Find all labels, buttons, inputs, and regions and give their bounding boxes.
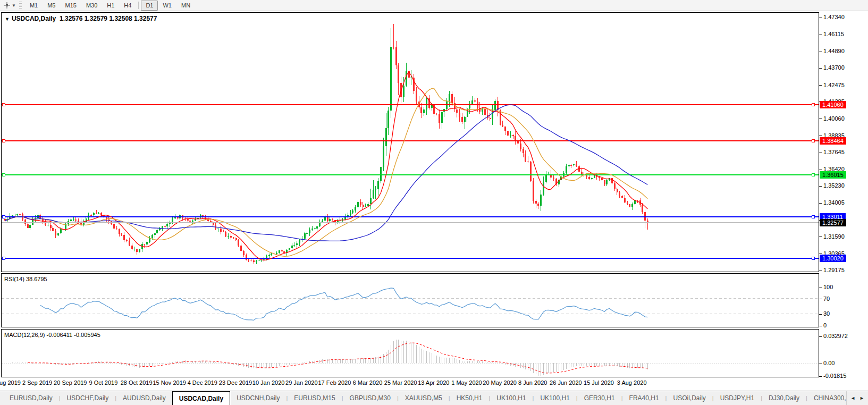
macd-axis-tick: 0.00 xyxy=(819,360,835,366)
timeframe-button-m5[interactable]: M5 xyxy=(43,1,60,11)
chart-tab-uk100-h1[interactable]: UK100,H1 xyxy=(534,391,576,405)
price-axis-tick: 1.40060 xyxy=(819,115,845,122)
rsi-label: RSI(14) 38.6795 xyxy=(4,276,47,282)
date-axis-label: 2 Sep 2019 xyxy=(22,379,52,386)
tab-scroll-right-icon[interactable]: ► xyxy=(859,395,864,401)
hline-price-badge[interactable]: 1.36015 xyxy=(820,171,846,179)
timeframe-button-h1[interactable]: H1 xyxy=(102,1,119,11)
chart-tab-bar: EURUSD,Daily|USDCHF,Daily|AUDUSD,DailyUS… xyxy=(0,391,868,405)
chart-title: ▼USDCAD,Daily 1.32576 1.32579 1.32508 1.… xyxy=(5,15,157,22)
chart-tab-dj30-daily[interactable]: DJ30,Daily xyxy=(762,391,806,405)
date-axis-label: 4 Dec 2019 xyxy=(188,379,217,386)
price-axis-tick: 1.29175 xyxy=(819,267,845,273)
chart-tab-xauusd-m5[interactable]: XAUUSD,M5 xyxy=(399,391,449,405)
timeframe-button-m30[interactable]: M30 xyxy=(81,1,102,11)
top-toolbar: ▼ M1M5M15M30H1H4D1W1MN xyxy=(0,0,868,11)
macd-axis-tick: -0.01815 xyxy=(819,373,846,379)
crosshair-tool-icon[interactable] xyxy=(3,2,11,9)
hline-price-badge[interactable]: 1.38464 xyxy=(820,137,846,145)
chart-tab-usdcnh-daily[interactable]: USDCNH,Daily xyxy=(230,391,286,405)
chart-tab-audusd-daily[interactable]: AUDUSD,Daily xyxy=(116,391,172,405)
date-axis-label: 20 Sep 2019 xyxy=(54,379,87,386)
date-axis-label: 10 Jan 2020 xyxy=(252,379,285,386)
collapse-icon[interactable]: ▼ xyxy=(5,16,10,22)
timeframe-button-m1[interactable]: M1 xyxy=(25,1,43,11)
macd-indicator-panel[interactable]: MACD(12,26,9) -0.006411 -0.005945 xyxy=(1,329,819,377)
price-axis-tick: 1.31590 xyxy=(819,233,845,240)
timeframe-button-w1[interactable]: W1 xyxy=(158,1,176,11)
date-axis-label: 9 Oct 2019 xyxy=(89,379,117,386)
chart-tab-usoil-daily[interactable]: USOil,Daily xyxy=(667,391,712,405)
current-price-badge: 1.32577 xyxy=(820,219,846,226)
rsi-axis-tick: 100 xyxy=(819,284,833,290)
date-axis-label: 15 Jul 2020 xyxy=(584,379,614,386)
rsi-indicator-panel[interactable]: RSI(14) 38.6795 xyxy=(1,273,819,327)
toolbar-separator xyxy=(138,2,139,9)
hline-price-badge[interactable]: 1.41060 xyxy=(820,101,846,108)
date-axis-label: 13 Apr 2020 xyxy=(418,379,449,386)
price-axis-tick: 1.43700 xyxy=(819,64,845,71)
time-axis[interactable]: 14 Aug 20192 Sep 201920 Sep 20199 Oct 20… xyxy=(1,378,819,389)
date-axis-label: 14 Aug 2019 xyxy=(0,379,21,386)
chart-tab-ger30-h1[interactable]: GER30,H1 xyxy=(578,391,621,405)
date-axis-label: 3 Aug 2020 xyxy=(617,379,647,386)
macd-axis-tick: 0.032972 xyxy=(819,333,848,339)
chart-tab-hk50-h1[interactable]: HK50,H1 xyxy=(450,391,489,405)
symbol-title: USDCAD,Daily xyxy=(12,15,56,22)
date-axis-label: 23 Dec 2019 xyxy=(219,379,252,386)
price-axis-tick: 1.37645 xyxy=(819,149,845,155)
date-axis-label: 25 Mar 2020 xyxy=(384,379,417,386)
chart-tab-eurusd-m15[interactable]: EURUSD,M15 xyxy=(288,391,341,405)
rsi-axis-tick: 70 xyxy=(819,296,830,302)
date-axis-label: 20 May 2020 xyxy=(483,379,517,386)
price-axis[interactable]: 1.473401.461151.448901.437001.424751.412… xyxy=(819,11,868,391)
date-axis-label: 8 Jun 2020 xyxy=(518,379,547,386)
price-axis-tick: 1.34005 xyxy=(819,199,845,206)
hline-price-badge[interactable]: 1.30020 xyxy=(820,255,846,262)
price-axis-tick: 1.44890 xyxy=(819,48,845,54)
chart-tab-usdchf-daily[interactable]: USDCHF,Daily xyxy=(61,391,115,405)
chart-tab-usdcad-daily[interactable]: USDCAD,Daily xyxy=(172,391,230,405)
timeframe-button-h4[interactable]: H4 xyxy=(119,1,136,11)
chart-tab-gbpusd-m30[interactable]: GBPUSD,M30 xyxy=(343,391,397,405)
timeframe-button-m15[interactable]: M15 xyxy=(60,1,81,11)
tab-scroll-buttons: ◄► xyxy=(846,391,868,405)
chart-tab-fra40-h1[interactable]: FRA40,H1 xyxy=(623,391,665,405)
macd-label: MACD(12,26,9) -0.006411 -0.005945 xyxy=(4,332,100,338)
timeframe-button-d1[interactable]: D1 xyxy=(141,1,158,11)
ohlc-values: 1.32576 1.32579 1.32508 1.32577 xyxy=(60,15,157,22)
date-axis-label: 29 Jan 2020 xyxy=(285,379,318,386)
date-axis-label: 1 May 2020 xyxy=(451,379,482,386)
rsi-axis-tick: 0 xyxy=(819,322,827,328)
timeframe-buttons: M1M5M15M30H1H4D1W1MN xyxy=(25,1,195,11)
date-axis-label: 26 Jun 2020 xyxy=(550,379,582,386)
timeframe-button-mn[interactable]: MN xyxy=(176,1,195,11)
chart-tab-usdjpy-h1[interactable]: USDJPY,H1 xyxy=(714,391,761,405)
date-axis-label: 6 Mar 2020 xyxy=(353,379,383,386)
chart-window: ▼USDCAD,Daily 1.32576 1.32579 1.32508 1.… xyxy=(0,11,868,391)
price-axis-tick: 1.42475 xyxy=(819,82,845,88)
price-axis-tick: 1.35230 xyxy=(819,182,845,189)
date-axis-label: 15 Nov 2019 xyxy=(153,379,186,386)
rsi-axis-tick: 30 xyxy=(819,310,830,317)
chevron-down-icon[interactable]: ▼ xyxy=(12,3,16,8)
price-chart-panel[interactable]: ▼USDCAD,Daily 1.32576 1.32579 1.32508 1.… xyxy=(1,12,819,272)
date-axis-label: 17 Feb 2020 xyxy=(318,379,351,386)
toolbar-grip[interactable] xyxy=(19,2,22,10)
chart-tab-eurusd-daily[interactable]: EURUSD,Daily xyxy=(3,391,59,405)
price-axis-tick: 1.46115 xyxy=(819,31,844,37)
tab-scroll-left-icon[interactable]: ◄ xyxy=(850,395,855,401)
chart-tab-uk100-h1[interactable]: UK100,H1 xyxy=(490,391,532,405)
date-axis-label: 28 Oct 2019 xyxy=(121,379,153,386)
price-axis-tick: 1.47340 xyxy=(819,14,845,20)
